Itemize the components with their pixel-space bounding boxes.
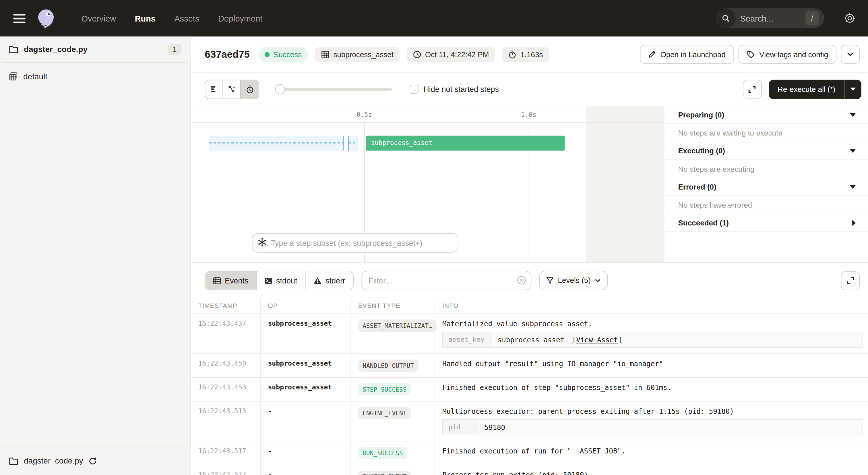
metadata-key: pid <box>443 420 477 435</box>
tab-stdout-label: stdout <box>276 276 298 285</box>
run-actions: Open in Launchpad View tags and config <box>640 45 860 64</box>
run-header-more-button[interactable] <box>841 45 860 64</box>
asset-grid-icon <box>321 50 330 59</box>
metadata-key: asset_key <box>443 332 491 347</box>
events-expand-button[interactable] <box>841 271 860 290</box>
global-search[interactable]: / <box>716 8 825 28</box>
nav-overview[interactable]: Overview <box>82 13 116 23</box>
caret-right-icon <box>852 220 856 226</box>
caret-down-icon <box>849 185 856 189</box>
tab-stdout[interactable]: stdout <box>257 271 305 290</box>
tab-stderr[interactable]: stderr <box>305 271 353 290</box>
code-location-name: dagster_code.py <box>24 45 88 54</box>
dagster-run-page: Overview Runs Assets Deployment / <box>0 0 868 475</box>
hide-not-started-checkbox[interactable] <box>410 85 418 94</box>
event-op[interactable]: subprocess_asset <box>260 378 351 401</box>
step-subset-wrap: Hide unselected steps <box>252 233 458 253</box>
view-mode-timed-button[interactable] <box>241 80 259 98</box>
event-timestamp: 16:22:43.450 <box>191 354 260 377</box>
gantt-chart: 0.5s 1.0s subprocess_asset <box>191 106 663 263</box>
event-row[interactable]: 16:22:43.513 - ENGINE_EVENT Multiprocess… <box>191 402 868 441</box>
timeline-tick: 1.0s <box>521 111 536 119</box>
code-location-count-badge: 1 <box>167 43 182 55</box>
reexecute-all-label: Re-execute all (*) <box>769 80 844 99</box>
event-op[interactable]: subprocess_asset <box>260 354 351 377</box>
metadata-value: subprocess_asset[View Asset] <box>491 332 629 347</box>
gantt-toolbar-right: Re-execute all (*) <box>743 80 861 99</box>
tab-events[interactable]: Events <box>205 271 257 290</box>
warning-icon <box>313 277 321 284</box>
dagster-logo-icon[interactable] <box>35 8 56 29</box>
event-row[interactable]: 16:22:43.437 subprocess_asset ASSET_MATE… <box>191 314 868 354</box>
section-executing[interactable]: Executing (0) <box>664 143 868 160</box>
chevron-down-icon <box>595 278 600 283</box>
event-row[interactable]: 16:22:43.527 - ENGINE_EVENT Process for … <box>191 465 868 475</box>
event-type-badge: ENGINE_EVENT <box>358 471 411 475</box>
stopwatch-view-icon <box>245 85 254 93</box>
stopwatch-icon <box>508 50 517 59</box>
gantt-zoom-slider[interactable] <box>276 84 392 94</box>
section-title: Executing (0) <box>678 147 725 155</box>
event-info: Materialized value subprocess_asset. <box>442 320 863 328</box>
caret-down-icon <box>849 113 856 117</box>
folder-icon <box>9 456 19 465</box>
run-status-badge: Success <box>259 47 308 62</box>
hamburger-menu-icon[interactable] <box>13 13 25 23</box>
asset-tag-label: subprocess_asset <box>333 50 394 59</box>
section-title: Preparing (0) <box>678 111 724 119</box>
settings-gear-icon[interactable] <box>844 12 856 24</box>
duration-label: 1.163s <box>520 50 543 59</box>
event-op[interactable]: subprocess_asset <box>260 314 351 354</box>
fullscreen-icon <box>748 85 756 93</box>
step-subset-input[interactable] <box>252 233 458 253</box>
hide-not-started-label: Hide not started steps <box>423 85 499 94</box>
section-errored[interactable]: Errored (0) <box>664 178 868 196</box>
section-preparing[interactable]: Preparing (0) <box>664 106 868 124</box>
open-in-launchpad-button[interactable]: Open in Launchpad <box>640 45 734 64</box>
slider-knob[interactable] <box>275 84 285 94</box>
tab-stderr-label: stderr <box>326 276 345 285</box>
search-input[interactable] <box>740 13 801 23</box>
reexecute-all-button[interactable]: Re-execute all (*) <box>769 80 861 99</box>
view-mode-waterfall-button[interactable] <box>223 80 241 98</box>
levels-filter-button[interactable]: Levels (5) <box>539 271 608 290</box>
status-label: Success <box>274 50 302 59</box>
log-filter-input[interactable] <box>361 271 531 290</box>
sidebar-item-default[interactable]: default <box>0 66 190 87</box>
tag-icon <box>747 50 755 59</box>
duration-tag: 1.163s <box>502 47 549 62</box>
hide-not-started-checkbox-row[interactable]: Hide not started steps <box>410 85 499 94</box>
event-type-badge: STEP_SUCCESS <box>358 383 411 395</box>
flat-view-icon <box>210 85 218 93</box>
code-location-header[interactable]: dagster_code.py 1 <box>0 36 190 63</box>
section-title: Succeeded (1) <box>678 219 729 227</box>
view-tags-config-button[interactable]: View tags and config <box>738 45 836 64</box>
view-asset-link[interactable]: [View Asset] <box>572 336 622 344</box>
sidebar-footer[interactable]: dagster_code.py <box>0 446 190 475</box>
nav-right: / <box>716 8 856 28</box>
section-succeeded[interactable]: Succeeded (1) <box>664 214 868 232</box>
section-empty-text: No steps have errored <box>664 196 868 214</box>
section-title: Errored (0) <box>678 183 716 191</box>
col-event-type: EVENT TYPE <box>351 298 435 314</box>
nav-runs[interactable]: Runs <box>135 13 156 23</box>
gantt-step-bar[interactable]: subprocess_asset <box>366 136 565 150</box>
asset-tag[interactable]: subprocess_asset <box>315 47 400 62</box>
event-row[interactable]: 16:22:43.453 subprocess_asset STEP_SUCCE… <box>191 378 868 402</box>
nav-deployment[interactable]: Deployment <box>218 13 262 23</box>
clear-filter-icon[interactable] <box>516 275 526 285</box>
event-row[interactable]: 16:22:43.517 - RUN_SUCCESS Finished exec… <box>191 441 868 465</box>
clock-icon <box>413 50 422 59</box>
tab-events-label: Events <box>225 276 249 285</box>
log-tabs: Events stdout stderr <box>205 271 353 290</box>
search-icon <box>716 8 736 28</box>
slider-track <box>276 88 392 91</box>
reexecute-dropdown-button[interactable] <box>845 80 861 99</box>
reload-icon[interactable] <box>89 456 97 465</box>
event-timestamp: 16:22:43.517 <box>191 441 260 465</box>
nav-assets[interactable]: Assets <box>175 13 199 23</box>
step-status-panel: Preparing (0) No steps are waiting to ex… <box>663 106 868 263</box>
event-row[interactable]: 16:22:43.450 subprocess_asset HANDLED_OU… <box>191 354 868 378</box>
gantt-expand-button[interactable] <box>743 80 762 99</box>
view-mode-flat-button[interactable] <box>205 80 223 98</box>
